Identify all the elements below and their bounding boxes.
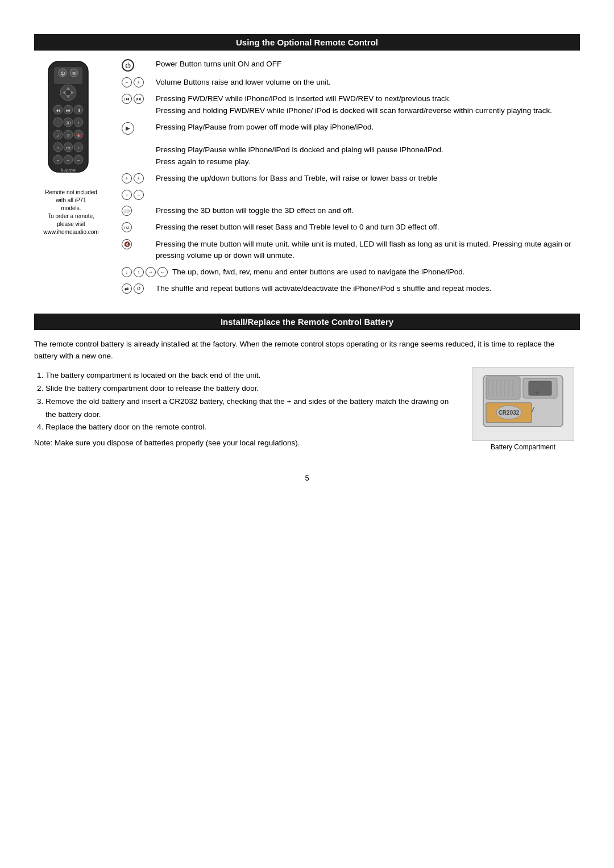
remote-section-header: Using the Optional Remote Control [34,34,580,51]
reset-icon: rst [122,222,132,232]
svg-text:3D: 3D [66,121,71,125]
battery-step-3: Remove the old battery and insert a CR20… [45,395,455,422]
instruction-row-bass-treble-up: + + Pressing the up/down buttons for Bas… [122,173,580,184]
instruction-row-3d: 3D Pressing the 3D button will toggle th… [122,205,580,216]
icon-cell-fwdrev: ⏮ ⏭ [122,93,151,104]
instruction-text-playpause: Pressing Play/Pause from power off mode … [156,122,580,168]
battery-content: The battery compartment is located on th… [34,367,580,451]
battery-section: Install/Replace the Remote Control Batte… [34,314,580,451]
instruction-text-reset: Pressing the reset button will reset Bas… [156,222,580,233]
battery-step-4: Replace the battery door on the remote c… [45,421,455,434]
battery-compartment-image: CR2032 + [472,367,574,441]
fwd-icon: ⏭ [134,94,144,104]
battery-steps: The battery compartment is located on th… [34,367,455,451]
svg-text:♪: ♪ [57,133,59,138]
remote-image-column: ⏻ ☰ ⏮ ⏭ ⏸ [34,59,108,300]
page-number: 5 [34,474,580,482]
instruction-text-volume: Volume Buttons raise and lower volume on… [156,77,580,88]
mute-icon: 🔇 [122,239,132,249]
icon-cell-nav: ↓ ↑ → ← [122,266,168,277]
treble-down-icon: − [134,190,144,200]
treble-up-icon: + [134,173,144,183]
instruction-text-fwdrev: Pressing FWD/REV while iPhone/iPod is in… [156,93,580,116]
instruction-text-power: Power Button turns unit ON and OFF [156,59,580,70]
battery-step-1: The battery compartment is located on th… [45,369,455,382]
svg-text:iHome: iHome [61,168,76,173]
svg-text:+: + [77,145,80,151]
vol-minus-icon: − [122,77,132,87]
nav-fwd-icon: → [146,267,156,277]
icon-cell-bass-treble-up: + + [122,173,151,183]
instruction-row-fwdrev: ⏮ ⏭ Pressing FWD/REV while iPhone/iPod i… [122,93,580,116]
bass-up-icon: + [122,173,132,183]
play-icon: ▶ [122,122,134,135]
remote-image: ⏻ ☰ ⏮ ⏭ ⏸ [40,59,102,185]
svg-text:+: + [77,120,80,126]
svg-text:⏸: ⏸ [76,108,81,113]
battery-caption: Battery Compartment [491,443,555,451]
power-icon: ⏻ [122,59,134,72]
instruction-text-bass-treble: Pressing the up/down buttons for Bass an… [156,173,580,184]
instruction-row-nav: ↓ ↑ → ← The up, down, fwd, rev, menu and… [122,266,580,278]
svg-text:CR2032: CR2032 [499,410,520,416]
instruction-row-volume: − + Volume Buttons raise and lower volum… [122,77,580,88]
svg-text:−: − [57,158,60,163]
instruction-row-power: ⏻ Power Button turns unit ON and OFF [122,59,580,72]
icon-cell-volume: − + [122,77,151,87]
svg-text:+: + [535,388,540,397]
remote-section: ⏻ ☰ ⏮ ⏭ ⏸ [34,59,580,300]
svg-text:⏭: ⏭ [66,108,70,113]
instruction-text-mute: Pressing the mute button will mute unit.… [156,239,580,262]
svg-rect-53 [529,381,551,395]
battery-section-header: Install/Replace the Remote Control Batte… [34,314,580,330]
repeat-icon: ↺ [134,283,144,294]
nav-rev-icon: ← [157,267,168,277]
battery-steps-list: The battery compartment is located on th… [45,369,455,435]
icon-cell-bass-treble-down: − − [122,189,151,200]
instruction-text-3d: Pressing the 3D button will toggle the 3… [156,205,580,216]
svg-text:−: − [77,158,80,163]
battery-step-2: Slide the battery compartment door to re… [45,382,455,395]
icon-cell-shuffle: ⇄ ↺ [122,283,151,294]
instruction-row-reset: rst Pressing the reset button will reset… [122,222,580,233]
3d-icon: 3D [122,206,132,216]
shuffle-icon: ⇄ [122,283,132,294]
battery-image-column: CR2032 + Battery Compartment [466,367,580,451]
svg-text:⏻: ⏻ [60,71,65,76]
icon-cell-mute: 🔇 [122,239,151,249]
instruction-text-shuffle: The shuffle and repeat buttons will acti… [156,283,580,294]
battery-note: Note: Make sure you dispose of batteries… [34,437,455,449]
svg-text:−: − [67,158,70,163]
svg-text:−: − [57,120,60,126]
instruction-row-playpause: ▶ Pressing Play/Pause from power off mod… [122,122,580,168]
nav-down-icon: ↓ [122,267,132,277]
icon-cell-reset: rst [122,222,151,232]
svg-rect-44 [486,377,520,399]
battery-intro: The remote control battery is already in… [34,338,580,362]
svg-rect-1 [54,67,82,84]
instruction-text-nav: The up, down, fwd, rev, menu and enter b… [172,266,580,278]
bass-down-icon: − [122,190,132,200]
nav-up-icon: ↑ [134,267,144,277]
rev-icon: ⏮ [122,94,132,104]
icon-cell-3d: 3D [122,205,151,216]
remote-instructions: ⏻ Power Button turns unit ON and OFF − +… [122,59,580,300]
icon-cell-power: ⏻ [122,59,151,72]
vol-plus-icon: + [134,77,144,87]
svg-text:+: + [57,145,60,151]
svg-text:↺: ↺ [67,133,70,137]
svg-text:🔇: 🔇 [76,133,81,138]
svg-text:☰: ☰ [72,72,76,76]
instruction-row-mute: 🔇 Pressing the mute button will mute uni… [122,239,580,262]
instruction-row-shuffle: ⇄ ↺ The shuffle and repeat buttons will … [122,283,580,294]
icon-cell-playpause: ▶ [122,122,151,135]
instruction-row-bass-treble-down: − − [122,189,580,200]
svg-point-11 [65,90,71,95]
svg-text:rst: rst [66,146,70,150]
svg-text:⏮: ⏮ [56,108,60,113]
remote-caption: Remote not included with all iP71 models… [43,189,98,236]
